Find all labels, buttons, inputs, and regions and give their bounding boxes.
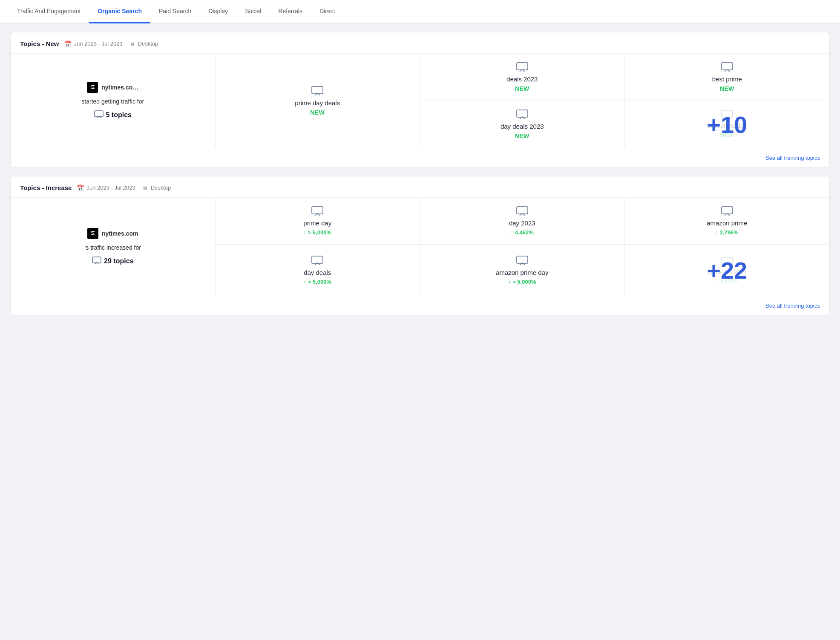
topics-icon-2 — [92, 257, 101, 266]
overlay-plus22-cell: prime day 2023 ↑ 4,462% +22 — [625, 245, 830, 296]
topic-icon-pd — [311, 206, 323, 217]
topic-name-3: best prime — [712, 75, 742, 83]
svg-rect-9 — [722, 207, 733, 214]
topics-icon — [94, 110, 104, 120]
topic-day-2023: day 2023 ↑ 4,462% — [420, 198, 625, 245]
section-new-title: Topics - New — [20, 40, 59, 47]
topic-icon-apd — [516, 256, 528, 266]
svg-rect-3 — [722, 63, 733, 70]
tab-traffic[interactable]: Traffic And Engagement — [9, 0, 89, 23]
section-increase-date: Jun 2023 - Jul 2023 — [86, 185, 135, 191]
topic-pct-dd: ↑ > 5,000% — [304, 279, 331, 285]
see-all-new-link[interactable]: See all trending topics — [765, 155, 820, 161]
topic-name-1: prime day deals — [295, 99, 340, 107]
summary-count-label-2: 29 topics — [104, 257, 133, 265]
svg-rect-11 — [517, 256, 528, 263]
topics-new-section: Topics - New 📅 Jun 2023 - Jul 2023 🖥 Des… — [10, 32, 830, 167]
desktop-icon-2: 🖥 — [142, 185, 148, 191]
summary-count-2: 29 topics — [92, 257, 133, 266]
svg-rect-1 — [312, 86, 323, 94]
main-content: Topics - New 📅 Jun 2023 - Jul 2023 🖥 Des… — [0, 23, 840, 324]
summary-count-label: 5 topics — [106, 111, 132, 119]
tab-organic[interactable]: Organic Search — [89, 0, 150, 23]
summary-count: 5 topics — [94, 110, 132, 120]
topic-badge-4: NEW — [515, 133, 529, 139]
tab-direct[interactable]: Direct — [311, 0, 344, 23]
site-logo-2: 𝔗 — [87, 228, 98, 239]
topics-increase-section: Topics - Increase 📅 Jun 2023 - Jul 2023 … — [10, 176, 830, 315]
topic-name-2: deals 2023 — [506, 75, 538, 83]
section-increase-title: Topics - Increase — [20, 184, 72, 191]
topic-name-ap: amazon prime — [707, 219, 747, 227]
svg-rect-8 — [517, 207, 528, 214]
tab-social[interactable]: Social — [236, 0, 270, 23]
topic-amazon-prime-day: amazon prime day ↑ > 5,000% — [420, 245, 625, 296]
site-logo-row-2: 𝔗 nytimes.com — [87, 228, 138, 239]
section-increase-meta: 📅 Jun 2023 - Jul 2023 🖥 Desktop — [77, 185, 171, 191]
summary-text: started getting traffic for — [81, 97, 144, 106]
calendar-icon-2: 📅 — [77, 185, 84, 191]
desktop-icon: 🖥 — [129, 40, 135, 47]
svg-rect-12 — [722, 257, 733, 265]
svg-rect-0 — [95, 111, 103, 117]
topic-icon-d2023 — [516, 206, 528, 217]
topic-deals-2023: deals 2023 NEW — [420, 54, 625, 101]
topic-day-deals-2023: day deals 2023 NEW — [420, 101, 625, 148]
svg-rect-6 — [92, 257, 101, 263]
tab-referrals[interactable]: Referrals — [270, 0, 311, 23]
topic-amazon-prime: amazon prime ↑ 2,796% — [625, 198, 830, 245]
topics-increase-grid: 𝔗 nytimes.com 's traffic increased for 2… — [11, 198, 829, 296]
section-increase-header: Topics - Increase 📅 Jun 2023 - Jul 2023 … — [11, 176, 829, 198]
topic-icon-4 — [516, 110, 528, 120]
section-increase-footer: See all trending topics — [11, 296, 829, 315]
topic-pct-pd: ↑ > 5,000% — [304, 229, 331, 236]
summary-text-2: 's traffic increased for — [85, 243, 141, 252]
summary-site-2: nytimes.com — [102, 230, 138, 237]
section-increase-device: Desktop — [151, 185, 171, 191]
svg-rect-7 — [312, 207, 323, 214]
section-new-date: Jun 2023 - Jul 2023 — [74, 40, 122, 47]
topic-pct-d2023: ↑ 4,462% — [511, 229, 534, 236]
section-new-footer: See all trending topics — [11, 148, 829, 167]
topic-name-apd: amazon prime day — [496, 269, 548, 276]
topic-day-deals: day deals ↑ > 5,000% — [216, 245, 420, 296]
site-logo-row: 𝔗 nytimes.co… — [87, 82, 138, 93]
overlay-bg: best prime day NEW — [701, 102, 754, 147]
topic-badge-1: NEW — [310, 109, 325, 116]
topic-best-prime: best prime NEW — [625, 54, 830, 101]
topic-prime-day-deals: prime day deals NEW — [216, 54, 420, 148]
calendar-icon: 📅 — [64, 40, 71, 47]
topic-pct-apd: ↑ > 5,000% — [508, 279, 536, 285]
overlay-bg-2: prime day 2023 ↑ 4,462% — [701, 248, 753, 292]
svg-rect-10 — [312, 256, 323, 263]
site-logo: 𝔗 — [87, 82, 98, 93]
summary-cell-increase: 𝔗 nytimes.com 's traffic increased for 2… — [11, 198, 216, 296]
topic-name-4: day deals 2023 — [501, 123, 544, 130]
topic-prime-day: prime day ↑ > 5,000% — [216, 198, 420, 245]
overlay-plus10-cell: best prime day NEW +10 — [625, 101, 830, 148]
topic-icon-3 — [721, 62, 733, 73]
topic-badge-2: NEW — [515, 85, 529, 92]
summary-cell-new: 𝔗 nytimes.co… started getting traffic fo… — [11, 54, 216, 148]
section-new-device: Desktop — [138, 40, 158, 47]
topic-name-pd: prime day — [303, 219, 331, 227]
topic-badge-3: NEW — [720, 85, 734, 92]
topic-icon-ap — [721, 206, 733, 217]
svg-rect-5 — [722, 111, 733, 118]
topic-icon-1 — [311, 86, 323, 97]
see-all-increase-link[interactable]: See all trending topics — [765, 303, 820, 309]
topic-icon-2 — [516, 62, 528, 73]
topic-name-dd: day deals — [304, 269, 331, 276]
topic-pct-ap: ↑ 2,796% — [716, 229, 739, 236]
topic-name-d2023: day 2023 — [509, 219, 535, 227]
nav-tabs: Traffic And Engagement Organic Search Pa… — [0, 0, 840, 23]
tab-paid[interactable]: Paid Search — [150, 0, 200, 23]
topic-icon-dd — [311, 256, 323, 266]
section-new-header: Topics - New 📅 Jun 2023 - Jul 2023 🖥 Des… — [11, 32, 829, 54]
svg-rect-2 — [517, 63, 528, 70]
section-new-meta: 📅 Jun 2023 - Jul 2023 🖥 Desktop — [64, 40, 158, 47]
summary-site: nytimes.co… — [101, 84, 138, 91]
tab-display[interactable]: Display — [200, 0, 236, 23]
svg-rect-4 — [517, 110, 528, 117]
topics-new-grid: 𝔗 nytimes.co… started getting traffic fo… — [11, 54, 829, 148]
